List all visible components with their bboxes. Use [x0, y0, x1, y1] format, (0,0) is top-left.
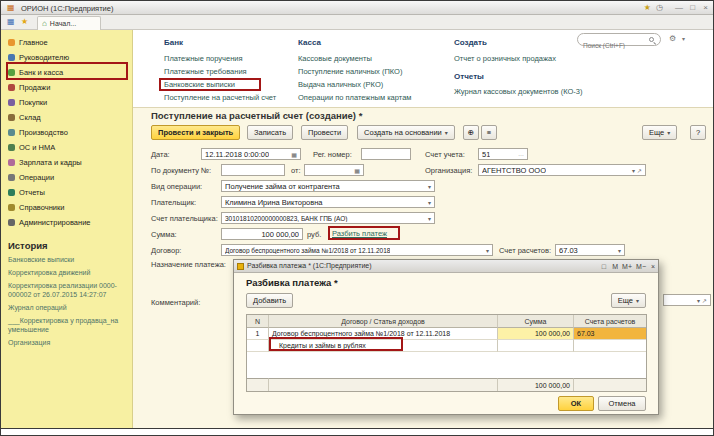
chevron-down-icon[interactable]: ▾: [616, 247, 621, 254]
history-item[interactable]: Организация: [1, 338, 132, 347]
sidebar-item-purchases[interactable]: Покупки: [1, 95, 132, 110]
menu-item-cash-receipt[interactable]: Поступление наличных (ПКО): [298, 67, 402, 76]
sidebar-item-sales[interactable]: Продажи: [1, 80, 132, 95]
attachments-icon-button[interactable]: ⊕: [463, 125, 479, 140]
menu-item-receipt-to-account[interactable]: Поступление на расчетный счет: [164, 93, 276, 102]
search-input[interactable]: [583, 40, 651, 51]
help-button[interactable]: ?: [690, 125, 706, 140]
cancel-button[interactable]: Отмена: [598, 396, 646, 411]
dialog-close-icon[interactable]: ×: [651, 262, 655, 271]
history-clock-icon[interactable]: ◷: [656, 4, 663, 12]
structure-icon-button[interactable]: ≡: [481, 125, 497, 140]
date-field[interactable]: 12.11.2018 0:00:00▦: [201, 148, 301, 160]
ok-button[interactable]: ОК: [558, 396, 594, 411]
history-item[interactable]: Корректировка реализации 0000-000002 от …: [1, 281, 132, 299]
section-icon: [8, 204, 15, 211]
doc-number-field[interactable]: [221, 164, 285, 176]
reg-number-field[interactable]: [361, 148, 411, 160]
sidebar-item-manager[interactable]: Руководителю: [1, 50, 132, 65]
write-button[interactable]: Записать: [247, 125, 293, 140]
menu-item-cash-documents[interactable]: Кассовые документы: [298, 54, 372, 63]
sidebar-item-reports[interactable]: Отчеты: [1, 185, 132, 200]
open-icon[interactable]: ↗: [635, 167, 642, 174]
menu-item-payment-requests[interactable]: Платежные требования: [164, 67, 247, 76]
add-row-button[interactable]: Добавить: [246, 293, 293, 308]
favorites-star-icon[interactable]: ★: [644, 4, 651, 12]
settlement-account-field[interactable]: 67.03▾: [555, 244, 625, 256]
history-item[interactable]: ___Корректировка у продавца_на уменьшени…: [1, 316, 132, 334]
dialog-m-minus-icon[interactable]: М−: [636, 262, 646, 271]
sidebar-item-payroll[interactable]: Зарплата и кадры: [1, 155, 132, 170]
split-payment-link[interactable]: Разбить платеж: [332, 229, 387, 238]
history-item[interactable]: Журнал операций: [1, 303, 132, 312]
table-row[interactable]: 1 Договор беспроцентного займа №1/2018 о…: [247, 328, 646, 340]
sidebar-item-main[interactable]: Главное: [1, 35, 132, 50]
reg-number-label: Рег. номер:: [313, 150, 352, 159]
cell-row-number[interactable]: [247, 340, 269, 352]
dialog-more-button[interactable]: Еще▾: [611, 293, 646, 308]
chevron-down-icon[interactable]: ▾: [426, 199, 431, 206]
cell-income-item[interactable]: Кредиты и займы в рублях: [269, 340, 498, 352]
search-box[interactable]: [577, 33, 661, 46]
dialog-m-plus-icon[interactable]: М+: [622, 262, 632, 271]
table-row[interactable]: Кредиты и займы в рублях: [247, 340, 646, 352]
cell-sum[interactable]: 100 000,00: [498, 328, 574, 340]
more-button[interactable]: Еще▾: [642, 125, 677, 140]
cell-settlement-account[interactable]: [574, 340, 646, 352]
calendar-icon[interactable]: ▦: [289, 151, 297, 158]
window-close-icon[interactable]: ×: [703, 4, 708, 12]
chevron-down-icon[interactable]: ▾: [426, 215, 431, 222]
menu-item-bank-statements[interactable]: Банковские выписки: [164, 80, 235, 89]
post-and-close-button[interactable]: Провести и закрыть: [151, 125, 240, 140]
organization-field[interactable]: АГЕНТСТВО ООО▾↗: [478, 164, 646, 176]
amount-field[interactable]: 100 000,00: [221, 228, 303, 240]
favorites-star-icon[interactable]: ★: [21, 18, 28, 26]
chevron-down-icon[interactable]: ▾: [682, 35, 685, 42]
gear-icon[interactable]: ⚙: [669, 34, 676, 43]
cell-sum[interactable]: [498, 340, 574, 352]
menu-item-card-operations[interactable]: Операции по платежным картам: [298, 93, 411, 102]
cell-contract[interactable]: Договор беспроцентного займа №1/2018 от …: [269, 328, 498, 340]
sidebar-item-warehouse[interactable]: Склад: [1, 110, 132, 125]
chevron-down-icon: ▾: [636, 297, 639, 304]
cell-settlement-account[interactable]: 67.03: [574, 328, 646, 340]
tab-label: Начал...: [50, 20, 76, 27]
menu-item-payment-orders[interactable]: Платежные поручения: [164, 54, 243, 63]
tab-home[interactable]: ⌂ Начал...: [37, 16, 101, 30]
contract-field[interactable]: Договор беспроцентного займа №1/2018 от …: [221, 244, 493, 256]
section-icon: [8, 219, 15, 226]
chevron-down-icon[interactable]: ▾: [426, 183, 431, 190]
functions-menu-icon[interactable]: ▦: [7, 18, 15, 26]
sidebar-item-administration[interactable]: Администрирование: [1, 215, 132, 230]
payer-field[interactable]: Климина Ирина Викторовна▾: [221, 196, 435, 208]
sidebar-item-bank-cash[interactable]: Банк и касса: [1, 65, 132, 80]
create-based-on-button[interactable]: Создать на основании▾: [357, 125, 455, 140]
history-item[interactable]: Корректировка движений: [1, 268, 132, 277]
menu-item-cash-journal[interactable]: Журнал кассовых документов (КО-3): [454, 87, 582, 96]
payer-account-field[interactable]: 30101810200000000823, БАНК ГПБ (АО)▾: [221, 212, 435, 224]
menu-group-create-title: Создать: [454, 38, 487, 47]
history-item[interactable]: Банковские выписки: [1, 255, 132, 264]
app-menu-icon[interactable]: ▦: [7, 4, 15, 12]
dialog-m-icon[interactable]: М: [612, 262, 618, 271]
dialog-window-menu-icon[interactable]: □: [602, 262, 606, 271]
sidebar-item-fixed-assets[interactable]: ОС и НМА: [1, 140, 132, 155]
ellipsis-icon[interactable]: …: [516, 151, 524, 157]
sidebar-item-production[interactable]: Производство: [1, 125, 132, 140]
dialog-titlebar[interactable]: Разбивка платежа * (1С:Предприятие) □ М …: [234, 260, 658, 273]
sidebar-item-operations[interactable]: Операции: [1, 170, 132, 185]
chevron-down-icon[interactable]: ▾: [484, 247, 489, 254]
doc-date-field[interactable]: ▦: [304, 164, 364, 176]
operation-kind-field[interactable]: Получение займа от контрагента▾: [221, 180, 435, 192]
income-item-field[interactable]: ▾↗: [663, 294, 711, 306]
post-button[interactable]: Провести: [301, 125, 348, 140]
cell-row-number[interactable]: 1: [247, 328, 269, 340]
menu-item-cash-issue[interactable]: Выдача наличных (РКО): [298, 80, 383, 89]
window-maximize-icon[interactable]: □: [690, 4, 695, 12]
accounting-account-field[interactable]: 51…: [478, 148, 528, 160]
sidebar-item-directories[interactable]: Справочники: [1, 200, 132, 215]
open-icon[interactable]: ↗: [700, 297, 707, 304]
menu-item-retail-sales-report[interactable]: Отчет о розничных продажах: [454, 54, 556, 63]
calendar-icon[interactable]: ▦: [352, 167, 360, 174]
window-minimize-icon[interactable]: —: [675, 4, 683, 12]
